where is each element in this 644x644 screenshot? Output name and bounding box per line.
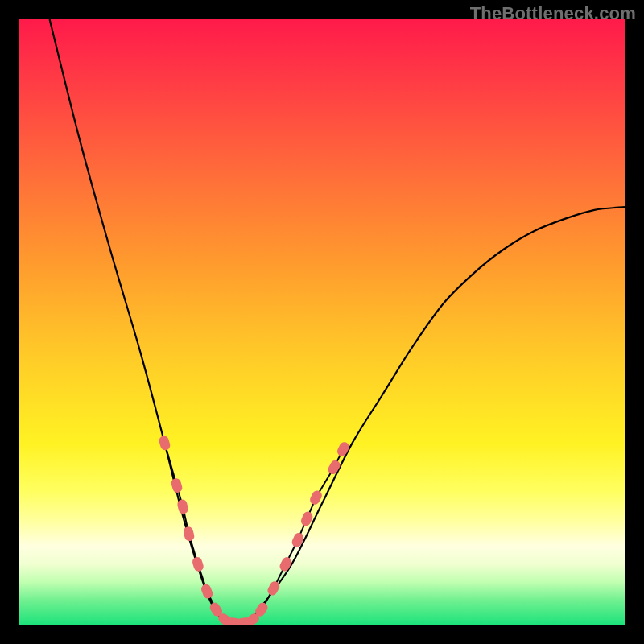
data-markers xyxy=(158,435,350,625)
data-marker xyxy=(336,440,351,457)
data-marker xyxy=(291,531,305,548)
data-marker xyxy=(200,583,214,600)
chart-svg xyxy=(19,19,625,625)
bottleneck-curve xyxy=(50,19,625,625)
data-marker xyxy=(182,526,195,542)
data-marker xyxy=(278,555,293,572)
data-marker xyxy=(191,555,204,572)
data-marker xyxy=(158,435,171,452)
watermark-text: TheBottleneck.com xyxy=(470,3,636,24)
data-marker xyxy=(326,459,341,477)
chart-plot-area xyxy=(19,19,625,625)
data-marker xyxy=(170,477,183,494)
